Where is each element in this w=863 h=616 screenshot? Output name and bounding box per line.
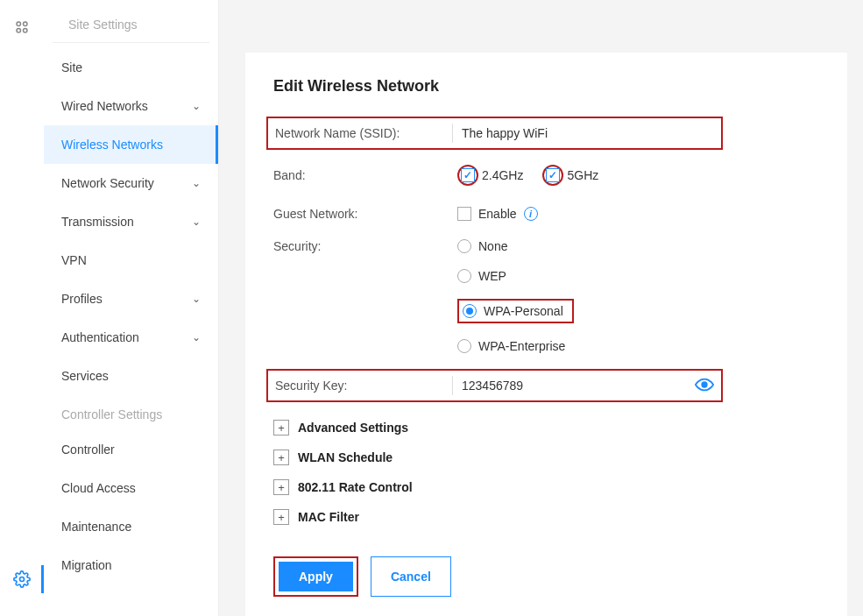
sidebar: Site Settings Site Wired Networks ⌄ Wire…: [44, 0, 219, 616]
band-row: Band: 2.4GHz 5GHz: [273, 160, 819, 190]
security-key-row: Security Key:: [266, 369, 723, 402]
guest-row: Guest Network: Enable i: [273, 199, 819, 229]
security-row: Security: None WEP WPA-Personal: [273, 239, 819, 362]
chevron-down-icon: ⌄: [192, 177, 201, 189]
svg-point-4: [20, 577, 25, 582]
chevron-down-icon: ⌄: [192, 331, 201, 343]
expander-label: 802.11 Rate Control: [298, 480, 413, 494]
sidebar-item-label: Network Security: [61, 176, 154, 190]
security-key-input[interactable]: [462, 379, 695, 393]
chevron-down-icon: ⌄: [192, 216, 201, 228]
sidebar-item-services[interactable]: Services: [44, 357, 218, 395]
sidebar-item-label: Profiles: [61, 292, 103, 306]
svg-point-3: [24, 29, 28, 33]
sidebar-item-network-security[interactable]: Network Security ⌄: [44, 164, 218, 202]
divider: [452, 376, 453, 395]
cancel-button[interactable]: Cancel: [371, 556, 451, 597]
apps-icon[interactable]: [14, 19, 30, 38]
sidebar-item-label: Migration: [61, 558, 112, 572]
sidebar-item-profiles[interactable]: Profiles ⌄: [44, 280, 218, 318]
band-label: Band:: [273, 168, 457, 182]
security-wpa-enterprise-radio[interactable]: [457, 339, 471, 353]
security-wpa-personal-radio[interactable]: [463, 304, 477, 318]
sidebar-item-label: Site: [61, 60, 82, 74]
expander-label: MAC Filter: [298, 510, 359, 524]
sidebar-item-controller[interactable]: Controller: [44, 430, 218, 469]
eye-icon[interactable]: [695, 378, 714, 394]
sidebar-item-label: Wired Networks: [61, 99, 148, 113]
edit-wireless-card: Edit Wireless Network Network Name (SSID…: [245, 53, 847, 616]
expander-label: WLAN Schedule: [298, 450, 393, 464]
sidebar-item-label: Authentication: [61, 330, 139, 344]
band-5-checkbox[interactable]: [546, 168, 560, 182]
sidebar-item-site[interactable]: Site: [44, 48, 218, 87]
sidebar-item-label: VPN: [61, 253, 87, 267]
expander-mac-filter[interactable]: + MAC Filter: [273, 502, 819, 532]
sidebar-item-transmission[interactable]: Transmission ⌄: [44, 202, 218, 241]
ssid-label: Network Name (SSID):: [275, 126, 452, 140]
ssid-input[interactable]: [462, 126, 714, 140]
security-label: Security:: [273, 239, 457, 253]
expander-advanced-settings[interactable]: + Advanced Settings: [273, 413, 819, 443]
band-5-label: 5GHz: [567, 168, 598, 182]
sidebar-item-label: Services: [61, 369, 109, 383]
chevron-down-icon: ⌄: [192, 100, 201, 112]
sidebar-item-maintenance[interactable]: Maintenance: [44, 507, 218, 546]
guest-enable-checkbox[interactable]: [457, 207, 471, 221]
apply-button[interactable]: Apply: [279, 562, 353, 591]
sidebar-item-wireless-networks[interactable]: Wireless Networks: [44, 125, 218, 164]
security-none-label: None: [478, 239, 507, 253]
sidebar-item-cloud-access[interactable]: Cloud Access: [44, 469, 218, 507]
sidebar-item-label: Transmission: [61, 215, 134, 229]
svg-point-2: [17, 29, 21, 33]
left-rail: [0, 0, 44, 616]
security-wpa-personal-label: WPA-Personal: [484, 304, 563, 318]
card-title: Edit Wireless Network: [273, 77, 819, 96]
highlight-box: Apply: [273, 556, 358, 597]
plus-icon: +: [273, 450, 289, 465]
svg-point-5: [702, 382, 707, 387]
expander-label: Advanced Settings: [298, 421, 408, 435]
security-wpa-enterprise-label: WPA-Enterprise: [478, 339, 565, 353]
sidebar-item-migration[interactable]: Migration: [44, 546, 218, 584]
security-key-label: Security Key:: [275, 379, 452, 393]
sidebar-section-controller-settings: Controller Settings: [44, 395, 218, 430]
ssid-row: Network Name (SSID):: [266, 117, 723, 150]
security-wep-label: WEP: [478, 269, 506, 283]
guest-label: Guest Network:: [273, 207, 457, 221]
security-none-radio[interactable]: [457, 239, 471, 253]
settings-rail-item[interactable]: [0, 562, 44, 597]
svg-point-1: [24, 22, 28, 26]
sidebar-section-site-settings: Site Settings: [53, 9, 209, 43]
expander-rate-control[interactable]: + 802.11 Rate Control: [273, 472, 819, 502]
sidebar-item-label: Cloud Access: [61, 481, 136, 495]
sidebar-item-label: Wireless Networks: [61, 138, 163, 152]
security-wep-radio[interactable]: [457, 269, 471, 283]
band-24-checkbox[interactable]: [461, 168, 475, 182]
highlight-box: WPA-Personal: [457, 299, 574, 323]
band-24-label: 2.4GHz: [482, 168, 523, 182]
info-icon[interactable]: i: [524, 207, 538, 221]
plus-icon: +: [273, 420, 289, 435]
guest-enable-label: Enable: [478, 207, 517, 221]
chevron-down-icon: ⌄: [192, 293, 201, 305]
divider: [452, 124, 453, 143]
plus-icon: +: [273, 479, 289, 495]
plus-icon: +: [273, 509, 289, 525]
highlight-circle: [457, 165, 478, 186]
sidebar-item-wired-networks[interactable]: Wired Networks ⌄: [44, 87, 218, 125]
main-content: Edit Wireless Network Network Name (SSID…: [219, 0, 863, 616]
sidebar-item-vpn[interactable]: VPN: [44, 241, 218, 280]
highlight-circle: [542, 165, 563, 186]
sidebar-item-authentication[interactable]: Authentication ⌄: [44, 318, 218, 357]
button-row: Apply Cancel: [273, 556, 819, 597]
svg-point-0: [17, 22, 21, 26]
expander-wlan-schedule[interactable]: + WLAN Schedule: [273, 443, 819, 472]
sidebar-item-label: Controller: [61, 443, 115, 457]
sidebar-item-label: Maintenance: [61, 520, 131, 534]
